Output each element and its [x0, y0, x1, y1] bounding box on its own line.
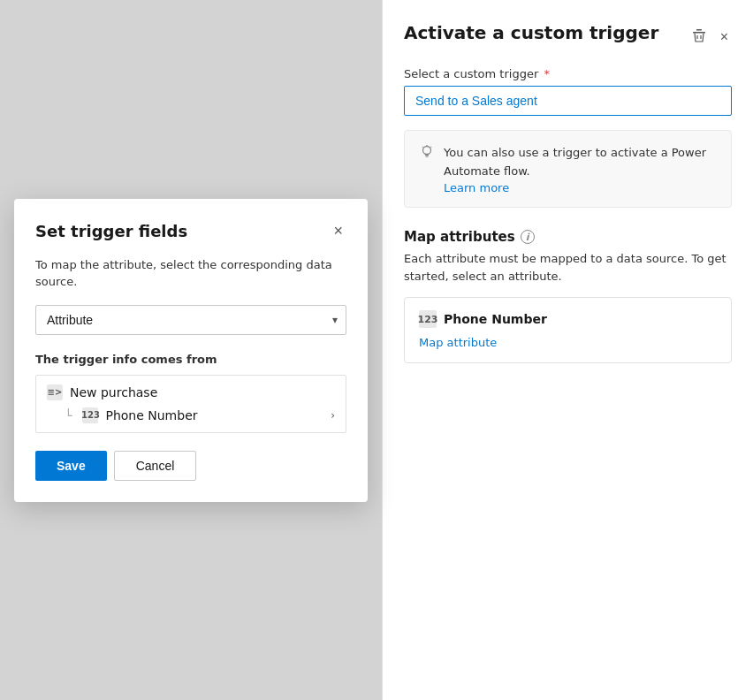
right-panel: Activate a custom trigger × Sel — [382, 0, 753, 700]
delete-button[interactable] — [688, 25, 710, 49]
attribute-card: 123 Phone Number Map attribute — [404, 297, 732, 363]
trigger-child-left: └ 123 Phone Number — [61, 407, 198, 423]
right-panel-header: Activate a custom trigger × — [404, 21, 732, 49]
learn-more-link[interactable]: Learn more — [444, 181, 717, 194]
select-trigger-section: Select a custom trigger * — [404, 67, 732, 116]
map-attributes-section: Map attributes i Each attribute must be … — [404, 229, 732, 363]
right-panel-title: Activate a custom trigger — [404, 21, 658, 44]
map-attributes-title: Map attributes — [404, 229, 515, 245]
tree-connector-icon: └ — [65, 408, 72, 422]
phone-number-attr-icon: 123 — [419, 310, 437, 328]
select-trigger-label: Select a custom trigger * — [404, 67, 732, 80]
modal-description: To map the attribute, select the corresp… — [35, 256, 346, 291]
trigger-parent-name: New purchase — [70, 385, 157, 399]
info-icon: i — [521, 230, 535, 244]
map-attribute-link[interactable]: Map attribute — [419, 336, 497, 349]
attribute-name: Phone Number — [444, 312, 547, 326]
cancel-button[interactable]: Cancel — [114, 451, 197, 481]
trigger-child-item[interactable]: └ 123 Phone Number › — [36, 404, 346, 432]
delete-icon — [692, 28, 706, 46]
required-indicator: * — [544, 67, 550, 80]
set-trigger-fields-modal: Set trigger fields × To map the attribut… — [14, 199, 368, 502]
trigger-source-list: ≡> New purchase └ 123 Phone Number › — [35, 375, 346, 433]
svg-point-4 — [423, 147, 431, 155]
close-panel-button[interactable]: × — [717, 26, 732, 49]
attribute-select-wrapper: Attribute ▾ — [35, 305, 346, 335]
lightbulb-icon — [419, 144, 435, 164]
info-box-content: You can also use a trigger to activate a… — [444, 143, 717, 194]
info-box: You can also use a trigger to activate a… — [404, 130, 732, 208]
svg-rect-1 — [696, 29, 702, 31]
new-purchase-icon: ≡> — [47, 384, 63, 400]
close-icon: × — [333, 222, 343, 240]
phone-number-icon: 123 — [82, 407, 98, 423]
trigger-child-name: Phone Number — [105, 408, 197, 422]
svg-rect-0 — [693, 32, 705, 34]
attribute-card-header: 123 Phone Number — [419, 310, 717, 328]
save-button[interactable]: Save — [35, 451, 107, 481]
close-icon: × — [720, 29, 728, 45]
map-attributes-description: Each attribute must be mapped to a data … — [404, 250, 732, 285]
modal-title: Set trigger fields — [35, 222, 187, 240]
modal-header: Set trigger fields × — [35, 220, 346, 242]
modal-close-button[interactable]: × — [330, 220, 346, 242]
header-icons: × — [688, 25, 732, 49]
attribute-select[interactable]: Attribute — [35, 305, 346, 335]
map-attributes-header: Map attributes i — [404, 229, 732, 245]
custom-trigger-input[interactable] — [404, 86, 732, 116]
modal-overlay: Set trigger fields × To map the attribut… — [0, 0, 382, 700]
chevron-right-icon: › — [331, 409, 335, 422]
trigger-parent-item: ≡> New purchase — [36, 376, 346, 404]
info-box-text: You can also use a trigger to activate a… — [444, 146, 706, 178]
modal-footer: Save Cancel — [35, 451, 346, 481]
trigger-info-label: The trigger info comes from — [35, 353, 346, 366]
